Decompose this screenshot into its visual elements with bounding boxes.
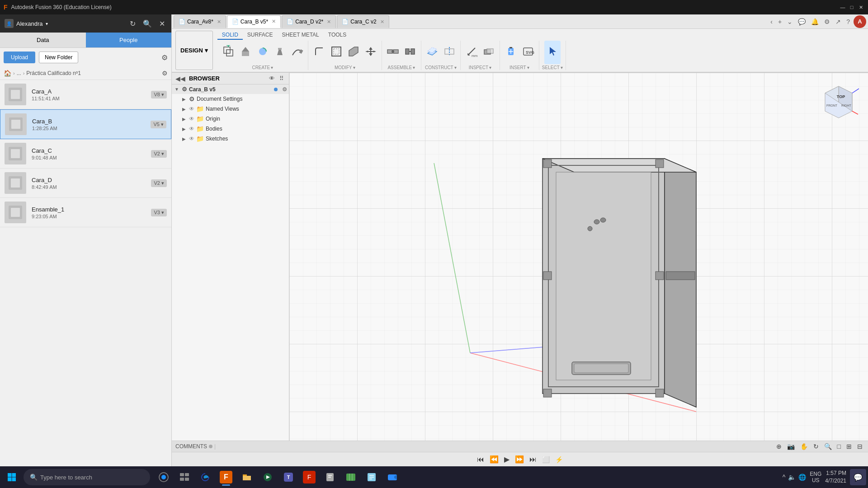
tab-close-cara_av8[interactable]: ✕ bbox=[217, 19, 221, 25]
tree-eye-named_views[interactable]: 👁 bbox=[189, 106, 194, 112]
language-indicator[interactable]: ENG US bbox=[810, 471, 821, 483]
file-item-cara_c[interactable]: Cara_C9:01:48 AMV2 ▾ bbox=[0, 139, 171, 169]
chevron-up-icon[interactable]: ^ bbox=[783, 474, 786, 481]
start-button[interactable] bbox=[2, 467, 22, 487]
camera-btn[interactable]: 📷 bbox=[785, 442, 797, 451]
refresh-button[interactable]: ↻ bbox=[128, 19, 137, 29]
taskbar-task-view[interactable] bbox=[175, 467, 194, 487]
create-new-component-btn[interactable] bbox=[220, 41, 236, 64]
timeline-play-btn[interactable]: ▶ bbox=[502, 454, 511, 465]
breadcrumb-current[interactable]: Práctica Calificado nº1 bbox=[26, 70, 80, 76]
orbit-btn[interactable]: ↻ bbox=[811, 442, 821, 451]
taskbar-maps[interactable] bbox=[341, 467, 361, 487]
browser-root-item[interactable]: ▼ ⚙ Cara_B v5 ⚙ bbox=[172, 84, 289, 94]
assemble-group-label[interactable]: ASSEMBLE ▾ bbox=[387, 65, 415, 70]
zoom-btn[interactable]: 🔍 bbox=[822, 442, 834, 451]
doc-tab-cara_av8[interactable]: 📄 Cara_Av8* ✕ bbox=[174, 15, 226, 28]
create-extrude-btn[interactable] bbox=[237, 41, 254, 64]
browser-eye-icon[interactable]: 👁 bbox=[268, 75, 276, 82]
browser-item-sketches[interactable]: ▶👁📁Sketches bbox=[172, 134, 289, 144]
tab-add[interactable]: + bbox=[776, 17, 783, 26]
doc-tab-cara_bv5[interactable]: 📄 Cara_B v5* ✕ bbox=[227, 15, 281, 28]
timeline-end-btn[interactable]: ⏭ bbox=[528, 455, 538, 465]
system-clock[interactable]: 1:57 PM 4/7/2021 bbox=[825, 469, 846, 485]
timeline-settings-btn[interactable]: ⚡ bbox=[553, 455, 565, 464]
ribbon-tab-solid[interactable]: SOLID bbox=[217, 31, 243, 40]
maximize-button[interactable]: □ bbox=[848, 4, 855, 11]
tab-close-cara_dv2[interactable]: ✕ bbox=[327, 19, 331, 25]
search-button[interactable]: 🔍 bbox=[141, 19, 154, 29]
close-button[interactable]: ✕ bbox=[857, 4, 864, 11]
tab-close-cara_cv2[interactable]: ✕ bbox=[380, 19, 384, 25]
timeline-prev-btn[interactable]: ⏪ bbox=[488, 454, 500, 465]
inspect-btn1[interactable]: mm bbox=[463, 41, 480, 64]
browser-collapse-button[interactable]: ◀◀ bbox=[175, 75, 185, 82]
create-revolve-btn[interactable] bbox=[255, 41, 271, 64]
file-version-4[interactable]: V3 ▾ bbox=[151, 209, 167, 216]
3d-viewport[interactable]: TOP RIGHT FRONT Z X bbox=[289, 73, 868, 441]
tab-data[interactable]: Data bbox=[0, 33, 86, 47]
view-mode-btn[interactable]: □ bbox=[835, 442, 843, 451]
modify-btn1[interactable] bbox=[311, 41, 327, 64]
select-group-label[interactable]: SELECT ▾ bbox=[542, 65, 563, 70]
construct-btn1[interactable] bbox=[424, 41, 440, 64]
taskbar-pin2[interactable]: F bbox=[299, 467, 319, 487]
ribbon-tab-tools[interactable]: TOOLS bbox=[324, 31, 351, 40]
doc-tab-cara_dv2[interactable]: 📄 Cara_D v2* ✕ bbox=[282, 15, 336, 28]
browser-handle-icon[interactable]: ⠿ bbox=[278, 75, 285, 82]
notification-icon[interactable]: 🔔 bbox=[809, 17, 821, 26]
file-version-2[interactable]: V2 ▾ bbox=[151, 150, 167, 158]
file-version-3[interactable]: V2 ▾ bbox=[151, 179, 167, 187]
timeline-start-btn[interactable]: ⏮ bbox=[475, 455, 486, 465]
network-icon[interactable]: 🌐 bbox=[798, 474, 806, 481]
user-area[interactable]: 👤 Alexandra ▾ bbox=[5, 19, 48, 28]
create-group-label[interactable]: CREATE ▾ bbox=[252, 65, 273, 70]
insert-group-label[interactable]: INSERT ▾ bbox=[509, 65, 529, 70]
breadcrumb-settings-icon[interactable]: ⚙ bbox=[162, 70, 168, 77]
taskbar-teams[interactable]: T bbox=[278, 467, 298, 487]
modify-btn3[interactable] bbox=[345, 41, 362, 64]
panel-settings-button[interactable]: ⚙ bbox=[161, 53, 168, 62]
doc-tab-cara_cv2[interactable]: 📄 Cara_C v2 ✕ bbox=[337, 15, 389, 28]
inspect-btn2[interactable] bbox=[481, 41, 497, 64]
upload-button[interactable]: Upload bbox=[4, 52, 35, 63]
close-panel-button[interactable]: ✕ bbox=[157, 19, 167, 29]
browser-item-origin[interactable]: ▶👁📁Origin bbox=[172, 114, 289, 124]
taskbar-edge[interactable] bbox=[195, 467, 215, 487]
modify-btn4[interactable] bbox=[363, 41, 379, 64]
layout-btn[interactable]: ⊟ bbox=[855, 442, 864, 451]
taskbar-explorer[interactable] bbox=[237, 467, 257, 487]
insert-btn2[interactable]: SVG bbox=[520, 41, 536, 64]
create-loft-btn[interactable] bbox=[272, 41, 288, 64]
ribbon-tab-surface[interactable]: SURFACE bbox=[243, 31, 278, 40]
new-folder-button[interactable]: New Folder bbox=[39, 52, 78, 63]
construct-group-label[interactable]: CONSTRUCT ▾ bbox=[425, 65, 457, 70]
file-item-ensamble_1[interactable]: Ensamble_19:23:05 AMV3 ▾ bbox=[0, 198, 171, 227]
inspect-group-label[interactable]: INSPECT ▾ bbox=[469, 65, 491, 70]
file-item-cara_d[interactable]: Cara_D8:42:49 AMV2 ▾ bbox=[0, 169, 171, 198]
file-version-1[interactable]: V5 ▾ bbox=[151, 121, 166, 128]
taskbar-media[interactable] bbox=[258, 467, 278, 487]
pan-btn[interactable]: ✋ bbox=[798, 442, 810, 451]
tab-scroll-left[interactable]: ‹ bbox=[769, 17, 774, 26]
tab-overflow[interactable]: ⌄ bbox=[785, 17, 794, 26]
ribbon-tab-sheet_metal[interactable]: SHEET METAL bbox=[278, 31, 324, 40]
user-avatar-top[interactable]: A bbox=[854, 15, 866, 28]
taskbar-zoom[interactable] bbox=[382, 467, 402, 487]
comment-icon[interactable]: 💬 bbox=[796, 17, 807, 26]
taskbar-stickynotes[interactable] bbox=[362, 467, 382, 487]
tree-eye-origin[interactable]: 👁 bbox=[189, 116, 194, 122]
insert-btn1[interactable] bbox=[503, 41, 519, 64]
help-icon[interactable]: ? bbox=[844, 17, 852, 26]
tree-eye-bodies[interactable]: 👁 bbox=[189, 126, 194, 132]
timeline-next-btn[interactable]: ⏩ bbox=[513, 454, 526, 465]
taskbar-cortana[interactable] bbox=[154, 467, 174, 487]
file-item-cara_b[interactable]: Cara_B1:28:25 AMV5 ▾ bbox=[0, 109, 171, 139]
assemble-btn1[interactable] bbox=[385, 41, 401, 64]
file-version-0[interactable]: V8 ▾ bbox=[151, 91, 167, 99]
volume-icon[interactable]: 🔈 bbox=[788, 474, 796, 481]
taskbar-sketchbook[interactable] bbox=[320, 467, 340, 487]
minimize-button[interactable]: — bbox=[839, 4, 846, 11]
file-item-cara_a[interactable]: Cara_A11:51:41 AMV8 ▾ bbox=[0, 80, 171, 109]
tab-people[interactable]: People bbox=[86, 33, 172, 47]
